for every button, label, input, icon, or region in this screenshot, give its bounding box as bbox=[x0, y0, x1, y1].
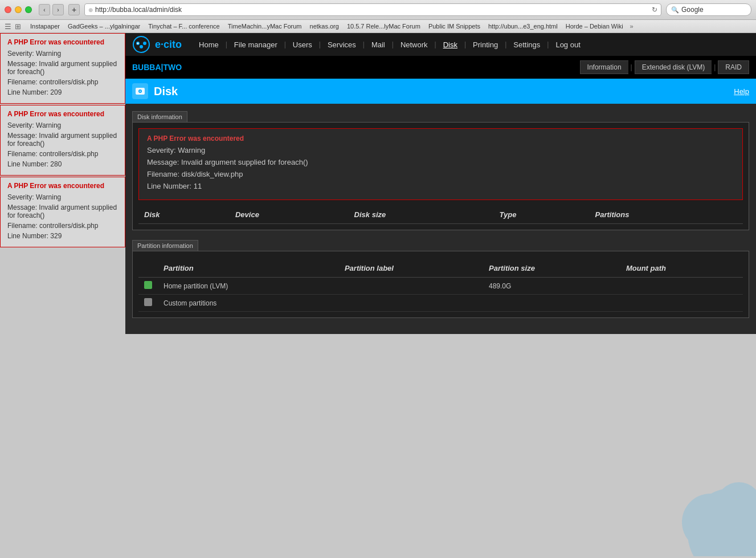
raid-button[interactable]: RAID bbox=[718, 60, 749, 74]
partition-table-header-row: Partition Partition label Partition size… bbox=[138, 259, 743, 278]
bookmark-ubuntu[interactable]: http://ubun...e3_eng.html bbox=[485, 22, 561, 31]
nav-file-manager[interactable]: File manager bbox=[228, 33, 283, 56]
svg-point-0 bbox=[133, 36, 149, 52]
php-error-message-2: Message: Invalid argument supplied for f… bbox=[7, 132, 118, 148]
more-bookmarks-button[interactable]: » bbox=[630, 23, 634, 30]
bookmark-instapaper[interactable]: Instapaper bbox=[27, 22, 63, 31]
back-button[interactable]: ‹ bbox=[39, 4, 50, 15]
main-content: Disk information A PHP Error was encount… bbox=[125, 104, 756, 334]
extended-disk-button[interactable]: Extended disk (LVM) bbox=[635, 60, 712, 74]
php-error-title-2: A PHP Error was encountered bbox=[7, 110, 118, 118]
php-error-inner-message: Message: Invalid argument supplied for f… bbox=[147, 158, 734, 166]
refresh-button[interactable]: ↻ bbox=[652, 6, 657, 14]
partition-mount-1 bbox=[620, 278, 743, 295]
partition-mount-2 bbox=[620, 295, 743, 312]
page-title-area: Disk bbox=[132, 83, 178, 99]
disk-info-section: Disk information A PHP Error was encount… bbox=[132, 111, 749, 230]
navigation-arrows: ‹ › bbox=[39, 4, 64, 15]
bookmark-timemachine[interactable]: TimeMachin...yMac Forum bbox=[224, 22, 305, 31]
page-header: Disk Help bbox=[125, 79, 756, 104]
nav-mail[interactable]: Mail bbox=[366, 33, 391, 56]
content-area: A PHP Error was encountered Severity: Wa… bbox=[0, 33, 756, 334]
application-panel: e·cito Home | File manager | Users | Ser… bbox=[125, 33, 756, 334]
php-error-message-1: Message: Invalid argument supplied for f… bbox=[7, 60, 118, 76]
bookmark-netkas[interactable]: netkas.org bbox=[307, 22, 342, 31]
partition-name-1: Home partition (LVM) bbox=[158, 278, 339, 295]
partition-row-2: Custom partitions bbox=[138, 295, 743, 312]
partition-info-header: Partition information bbox=[132, 240, 198, 251]
close-button[interactable] bbox=[5, 6, 11, 13]
nav-settings[interactable]: Settings bbox=[508, 33, 546, 56]
partition-color-2 bbox=[138, 295, 158, 312]
nav-home[interactable]: Home bbox=[193, 33, 224, 56]
php-error-filename-1: Filename: controllers/disk.php bbox=[7, 78, 118, 86]
svg-point-2 bbox=[140, 45, 143, 48]
nav-network[interactable]: Network bbox=[395, 33, 434, 56]
disk-icon bbox=[132, 83, 148, 99]
php-error-line-1: Line Number: 209 bbox=[7, 88, 118, 96]
nav-logout[interactable]: Log out bbox=[550, 33, 586, 56]
help-link[interactable]: Help bbox=[734, 87, 749, 96]
partition-col-label: Partition label bbox=[339, 259, 483, 278]
bookmarks-list-icon[interactable]: ☰ bbox=[5, 22, 11, 31]
nav-services[interactable]: Services bbox=[322, 33, 362, 56]
php-error-filename-2: Filename: controllers/disk.php bbox=[7, 150, 118, 158]
php-error-severity-3: Severity: Warning bbox=[7, 193, 118, 201]
forward-button[interactable]: › bbox=[52, 4, 64, 15]
minimize-button[interactable] bbox=[15, 6, 22, 13]
svg-point-7 bbox=[140, 91, 141, 92]
search-bar[interactable]: 🔍 Google bbox=[666, 3, 751, 16]
nav-links: Home | File manager | Users | Services |… bbox=[193, 33, 750, 56]
php-error-inner-line: Line Number: 11 bbox=[147, 182, 734, 190]
page-title: Disk bbox=[154, 85, 178, 98]
svg-point-4 bbox=[137, 43, 139, 44]
bookmark-tinychat[interactable]: Tinychat – F... conference bbox=[145, 22, 223, 31]
disk-info-header: Disk information bbox=[132, 111, 187, 123]
partition-col-color bbox=[138, 259, 158, 278]
disk-col-size: Disk size bbox=[349, 206, 494, 224]
search-placeholder: Google bbox=[681, 6, 704, 14]
disk-table: Disk Device Disk size Type Partitions bbox=[138, 206, 743, 224]
php-error-line-3: Line Number: 329 bbox=[7, 232, 118, 240]
bookmark-icons: ☰ ⊞ bbox=[5, 22, 21, 31]
information-button[interactable]: Information bbox=[580, 60, 628, 74]
bookmark-horde[interactable]: Horde – Debian Wiki bbox=[562, 22, 627, 31]
logo-text: e·cito bbox=[155, 39, 182, 51]
nav-users[interactable]: Users bbox=[287, 33, 318, 56]
php-error-inner-severity: Severity: Warning bbox=[147, 146, 734, 154]
partition-col-partition: Partition bbox=[158, 259, 339, 278]
nav-disk[interactable]: Disk bbox=[438, 33, 463, 56]
bookmark-1057[interactable]: 10.5.7 Rele...lyMac Forum bbox=[344, 22, 424, 31]
bubba-text: BUBBA bbox=[132, 63, 161, 72]
disk-col-type: Type bbox=[494, 206, 590, 224]
add-tab-button[interactable]: + bbox=[68, 4, 80, 15]
bookmark-public-im[interactable]: Public IM Snippets bbox=[425, 22, 484, 31]
logo-area: e·cito bbox=[131, 34, 182, 55]
partition-table: Partition Partition label Partition size… bbox=[138, 259, 743, 312]
bubba-title: BUBBA|TWO bbox=[132, 63, 182, 72]
nav-printing[interactable]: Printing bbox=[467, 33, 504, 56]
php-error-inner-filename: Filename: disk/disk_view.php bbox=[147, 170, 734, 178]
partition-label-2 bbox=[339, 295, 483, 312]
php-error-filename-3: Filename: controllers/disk.php bbox=[7, 222, 118, 230]
disk-col-disk: Disk bbox=[138, 206, 230, 224]
php-error-bg-3: A PHP Error was encountered Severity: Wa… bbox=[0, 177, 125, 247]
partition-color-1 bbox=[138, 278, 158, 295]
bookmarks-add-icon[interactable]: ⊞ bbox=[15, 22, 21, 31]
php-error-bg-2: A PHP Error was encountered Severity: Wa… bbox=[0, 105, 125, 176]
partition-info-body: Partition Partition label Partition size… bbox=[132, 251, 749, 318]
disk-col-device: Device bbox=[230, 206, 349, 224]
bookmarks-bar: ☰ ⊞ Instapaper GadGeeks – ...ylgalningar… bbox=[0, 20, 756, 33]
php-error-bg-1: A PHP Error was encountered Severity: Wa… bbox=[0, 33, 125, 104]
maximize-button[interactable] bbox=[25, 6, 32, 13]
php-error-message-3: Message: Invalid argument supplied for f… bbox=[7, 203, 118, 219]
logo-e: e bbox=[155, 39, 161, 50]
disk-table-header-row: Disk Device Disk size Type Partitions bbox=[138, 206, 743, 224]
logo-icon bbox=[131, 34, 152, 55]
bookmark-gadgeeks[interactable]: GadGeeks – ...ylgalningar bbox=[64, 22, 144, 31]
disk-col-partitions: Partitions bbox=[590, 206, 743, 224]
partition-col-mount: Mount path bbox=[620, 259, 743, 278]
disk-info-body: A PHP Error was encountered Severity: Wa… bbox=[132, 122, 749, 230]
php-error-inner: A PHP Error was encountered Severity: Wa… bbox=[138, 128, 743, 200]
address-bar[interactable]: ⊕ http://bubba.local/admin/disk ↻ bbox=[84, 3, 661, 16]
